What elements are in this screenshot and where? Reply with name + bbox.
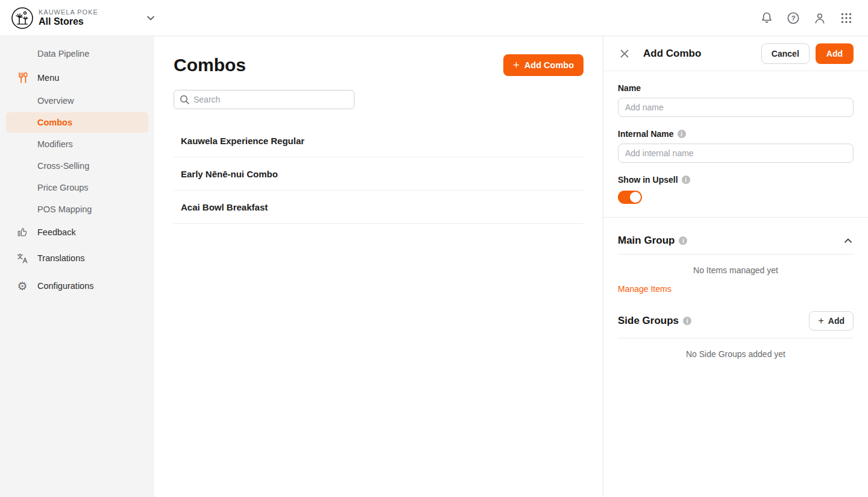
sidebar-item-pos-mapping[interactable]: POS Mapping [6, 199, 148, 220]
sidebar-item-modifiers[interactable]: Modifiers [6, 134, 148, 154]
account-button[interactable] [811, 10, 828, 27]
apps-grid-icon [839, 11, 854, 25]
sidebar-item-label: Combos [37, 118, 72, 127]
sidebar-item-label: Overview [37, 96, 74, 106]
sidebar-item-configurations[interactable]: ⚙ Configurations [6, 273, 148, 299]
search-icon [179, 94, 190, 105]
topbar: KAUWELA POKE All Stores ? [0, 0, 868, 36]
add-side-group-label: Add [828, 316, 844, 326]
user-icon [813, 11, 827, 25]
name-label: Name [618, 83, 854, 93]
show-in-upsell-toggle[interactable] [618, 191, 642, 204]
bell-icon [760, 11, 774, 25]
notifications-button[interactable] [758, 10, 775, 27]
translate-icon [16, 252, 29, 265]
restaurant-icon [16, 71, 29, 84]
sidebar-item-price-groups[interactable]: Price Groups [6, 177, 148, 198]
divider [618, 254, 854, 255]
combo-name: Early Nēnē-nui Combo [181, 169, 278, 179]
add-combo-panel: Add Combo Cancel Add Name Internal Name [603, 36, 868, 497]
main-group-title: Main Group [618, 235, 843, 247]
sidebar-item-menu[interactable]: Menu [6, 66, 148, 89]
divider [618, 338, 854, 338]
sidebar: Data Pipeline Menu Overview Combos Modif… [0, 36, 154, 497]
add-side-group-button[interactable]: + Add [809, 311, 854, 331]
panel-title: Add Combo [643, 48, 761, 60]
sidebar-item-label: Cross-Selling [37, 161, 89, 171]
sidebar-item-label: Translations [37, 253, 84, 263]
add-combo-button[interactable]: + Add Combo [503, 54, 583, 76]
store-switcher[interactable]: KAUWELA POKE All Stores [11, 7, 156, 30]
main-group-section: Main Group No Items managed yet Manage I… [618, 235, 854, 294]
plus-icon: + [513, 60, 520, 71]
brand-logo [11, 7, 34, 30]
sidebar-item-label: Menu [37, 73, 59, 83]
help-button[interactable]: ? [785, 10, 802, 27]
apps-menu-button[interactable] [838, 10, 855, 27]
sidebar-item-combos[interactable]: Combos [6, 112, 148, 133]
sidebar-item-label: Feedback [37, 227, 76, 237]
info-icon[interactable] [682, 176, 690, 184]
combo-name: Kauwela Experience Regular [181, 136, 304, 146]
page-title: Combos [174, 55, 246, 75]
chevron-down-icon [145, 13, 156, 24]
search-input[interactable] [174, 90, 354, 109]
divider [603, 217, 868, 218]
thumbs-up-icon [16, 226, 29, 239]
main-content: Combos + Add Combo Kauwela Experience Re… [154, 36, 603, 497]
store-name: All Stores [39, 16, 98, 27]
info-icon[interactable] [678, 130, 686, 138]
close-icon[interactable] [618, 47, 631, 60]
chevron-up-icon[interactable] [843, 235, 854, 246]
help-icon: ? [786, 11, 800, 25]
side-groups-empty-text: No Side Groups added yet [618, 349, 854, 359]
side-groups-section: Side Groups + Add No Side Groups added y… [618, 311, 854, 359]
sidebar-item-translations[interactable]: Translations [6, 245, 148, 271]
main-group-empty-text: No Items managed yet [618, 265, 854, 275]
info-icon[interactable] [683, 317, 691, 325]
sidebar-item-label: Configurations [37, 281, 94, 291]
add-button[interactable]: Add [816, 43, 854, 64]
sidebar-item-feedback[interactable]: Feedback [6, 221, 148, 244]
side-groups-title: Side Groups [618, 315, 809, 327]
combo-name: Acai Bowl Breakfast [181, 202, 268, 212]
combo-row[interactable]: Early Nēnē-nui Combo [174, 157, 583, 191]
sidebar-item-label: Price Groups [37, 183, 89, 192]
cancel-button[interactable]: Cancel [761, 43, 810, 64]
combo-row[interactable]: Kauwela Experience Regular [174, 124, 583, 157]
svg-text:?: ? [791, 14, 796, 22]
sidebar-item-label: Data Pipeline [37, 49, 89, 59]
manage-items-link[interactable]: Manage Items [618, 284, 671, 294]
sidebar-item-overview[interactable]: Overview [6, 90, 148, 111]
combo-row[interactable]: Acai Bowl Breakfast [174, 191, 583, 224]
add-combo-button-label: Add Combo [524, 60, 574, 70]
combo-list: Kauwela Experience Regular Early Nēnē-nu… [174, 124, 583, 224]
internal-name-field[interactable] [618, 144, 854, 163]
sidebar-item-data-pipeline[interactable]: Data Pipeline [6, 42, 148, 65]
gear-icon: ⚙ [16, 279, 29, 293]
name-field[interactable] [618, 98, 854, 117]
internal-name-label: Internal Name [618, 129, 854, 139]
plus-icon: + [818, 316, 823, 326]
info-icon[interactable] [679, 236, 687, 245]
brand-name: KAUWELA POKE [39, 8, 98, 16]
sidebar-item-cross-selling[interactable]: Cross-Selling [6, 156, 148, 176]
sidebar-item-label: POS Mapping [37, 204, 92, 214]
sidebar-item-label: Modifiers [37, 139, 73, 149]
toggle-knob [630, 192, 641, 203]
show-in-upsell-label: Show in Upsell [618, 175, 854, 185]
